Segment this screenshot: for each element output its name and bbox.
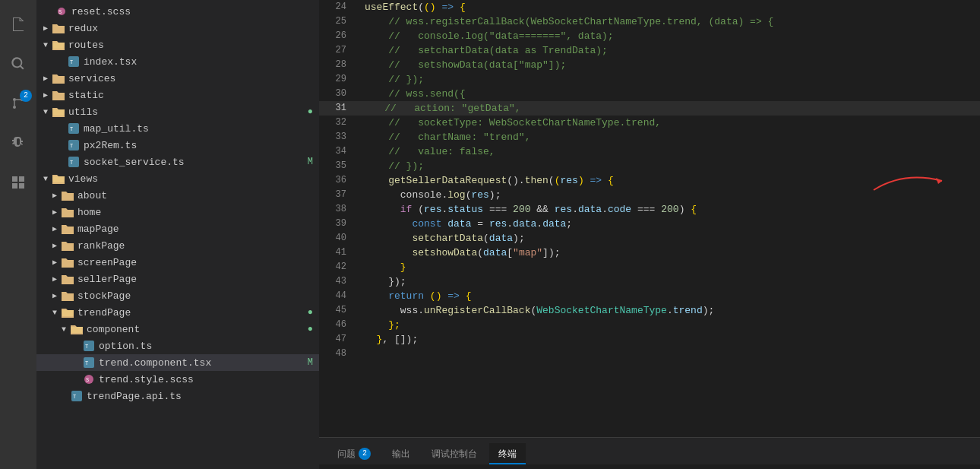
code-content: // socketType: WebSocketChartNameType.tr… xyxy=(362,116,980,130)
ts-icon: T xyxy=(67,139,81,151)
chevron-static: ▶ xyxy=(40,89,52,101)
tree-item-static[interactable]: ▶ static xyxy=(36,87,319,103)
line-num: 46 xyxy=(319,318,356,332)
tab-debug-label: 调试控制台 xyxy=(432,448,477,461)
main-container: 2 S reset.scs xyxy=(0,0,980,469)
chevron-mapPage: ▶ xyxy=(49,223,61,235)
tsx-icon: T xyxy=(82,357,96,369)
line-num: 39 xyxy=(319,217,356,231)
code-line-34: 34 // value: false, xyxy=(319,144,980,159)
code-line-32: 32 // socketType: WebSocketChartNameType… xyxy=(319,116,980,130)
code-line-41: 41 setshowData(data["map"]); xyxy=(319,246,980,260)
code-content: // action: "getData", xyxy=(358,101,980,116)
modified-dot: ● xyxy=(308,324,313,334)
code-line-47: 47 }, []); xyxy=(319,332,980,347)
folder-icon-sellerPage xyxy=(61,273,74,285)
activity-search-icon[interactable] xyxy=(0,46,36,82)
code-line-26: 26 // console.log("data=======", data); xyxy=(319,29,980,43)
line-num: 37 xyxy=(319,188,356,202)
tree-item-trendPage-api[interactable]: T trendPage.api.ts xyxy=(36,388,319,404)
svg-point-2 xyxy=(13,98,16,101)
tree-item-views[interactable]: ▼ views xyxy=(36,170,319,187)
chevron-placeholder xyxy=(55,139,67,151)
editor-content[interactable]: 24 useEffect(() => { 25 // wss.registerC… xyxy=(319,0,980,437)
tree-item-routes[interactable]: ▼ routes xyxy=(36,36,319,53)
problems-badge: 2 xyxy=(359,448,371,460)
svg-text:T: T xyxy=(70,59,73,65)
tab-terminal[interactable]: 终端 xyxy=(489,443,526,464)
line-num: 40 xyxy=(319,231,356,246)
tree-label: redux xyxy=(68,23,98,34)
ts-icon: T xyxy=(70,390,84,402)
activity-extensions-icon[interactable] xyxy=(0,164,36,201)
tree-label: sellerPage xyxy=(77,274,137,285)
tree-label: map_util.ts xyxy=(84,123,149,135)
code-line-25: 25 // wss.registerCallBack(WebSocketChar… xyxy=(319,14,980,29)
tab-output[interactable]: 输出 xyxy=(383,443,419,464)
tree-item-component[interactable]: ▼ component ● xyxy=(36,321,319,337)
code-content: if (res.status === 200 && res.data.code … xyxy=(362,202,980,217)
code-content: setchartData(data); xyxy=(362,231,980,246)
tree-item-option-ts[interactable]: T option.ts xyxy=(36,337,319,354)
activity-files-icon[interactable] xyxy=(0,6,36,43)
line-num: 43 xyxy=(319,274,356,289)
ts-icon: T xyxy=(67,156,81,168)
code-line-33: 33 // chartName: "trend", xyxy=(319,130,980,144)
folder-icon-services xyxy=(52,72,65,84)
tree-item-reset-scss[interactable]: S reset.scss xyxy=(36,3,319,20)
tree-item-index-tsx[interactable]: T index.tsx xyxy=(36,53,319,70)
chevron-placeholder xyxy=(55,55,67,68)
line-num: 45 xyxy=(319,303,356,318)
folder-icon-about xyxy=(61,189,74,201)
code-content: const data = res.data.data; xyxy=(362,217,980,231)
line-num: 35 xyxy=(319,159,356,173)
tree-label: rankPage xyxy=(77,240,125,252)
tree-item-trend-component[interactable]: T trend.component.tsx M xyxy=(36,354,319,371)
code-content: setshowData(data["map"]); xyxy=(362,246,980,260)
code-line-44: 44 return () => { xyxy=(319,289,980,303)
line-num: 36 xyxy=(319,173,356,188)
code-content: useEffect(() => { xyxy=(362,0,980,14)
tree-label: mapPage xyxy=(77,223,119,235)
tree-item-screenPage[interactable]: ▶ screenPage xyxy=(36,254,319,271)
tree-item-home[interactable]: ▶ home xyxy=(36,204,319,220)
code-line-29: 29 // }); xyxy=(319,72,980,87)
tree-item-services[interactable]: ▶ services xyxy=(36,70,319,87)
tree-item-trendPage[interactable]: ▼ trendPage ● xyxy=(36,304,319,321)
chevron-sellerPage: ▶ xyxy=(49,273,61,285)
tree-item-stockPage[interactable]: ▶ stockPage xyxy=(36,287,319,304)
tree-item-socket-service[interactable]: T socket_service.ts M xyxy=(36,154,319,170)
tree-item-utils[interactable]: ▼ utils ● xyxy=(36,103,319,120)
ts-icon: T xyxy=(67,122,81,135)
svg-text:T: T xyxy=(85,360,88,366)
activity-debug-icon[interactable] xyxy=(0,125,36,161)
activity-git-icon[interactable]: 2 xyxy=(0,85,36,122)
tree-item-mapPage[interactable]: ▶ mapPage xyxy=(36,220,319,237)
scss-icon: S xyxy=(82,373,96,385)
chevron-placeholder xyxy=(55,156,67,168)
folder-icon-rankPage xyxy=(61,239,74,252)
tab-debug[interactable]: 调试控制台 xyxy=(422,443,486,464)
code-line-48: 48 xyxy=(319,347,980,361)
tree-item-map-util[interactable]: T map_util.ts xyxy=(36,120,319,137)
tab-problems[interactable]: 问题 2 xyxy=(328,443,380,464)
code-line-37: 37 console.log(res); xyxy=(319,188,980,202)
chevron-component: ▼ xyxy=(58,323,70,335)
svg-text:S: S xyxy=(58,9,62,15)
tree-item-about[interactable]: ▶ about xyxy=(36,187,319,204)
tree-item-rankPage[interactable]: ▶ rankPage xyxy=(36,237,319,254)
tree-item-trend-style[interactable]: S trend.style.scss xyxy=(36,371,319,388)
code-content: }); xyxy=(362,274,980,289)
code-line-40: 40 setchartData(data); xyxy=(319,231,980,246)
file-tree: S reset.scss ▶ redux ▼ routes xyxy=(36,0,319,469)
tree-item-redux[interactable]: ▶ redux xyxy=(36,20,319,36)
chevron-home: ▶ xyxy=(49,206,61,218)
code-line-39: 39 const data = res.data.data; xyxy=(319,217,980,231)
tree-item-px2rem[interactable]: T px2Rem.ts xyxy=(36,137,319,154)
code-content: wss.unRegisterCallBack(WebSocketChartNam… xyxy=(362,303,980,318)
line-num: 28 xyxy=(319,58,356,72)
tree-label: about xyxy=(77,190,107,201)
tree-label: trendPage xyxy=(77,307,131,318)
tab-output-label: 输出 xyxy=(392,448,410,461)
tree-item-sellerPage[interactable]: ▶ sellerPage xyxy=(36,271,319,287)
